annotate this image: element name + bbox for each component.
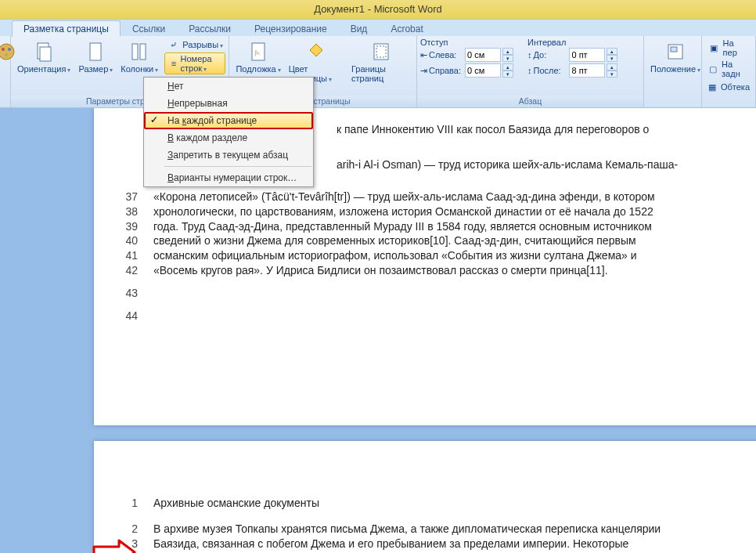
- spacing-after[interactable]: ↕После:▴▾: [527, 63, 618, 78]
- svg-rect-6: [90, 43, 101, 60]
- line-number: 2: [117, 522, 138, 537]
- spacing-label: Интервал: [527, 38, 618, 47]
- group-arrange-label: [702, 105, 755, 107]
- down-icon[interactable]: ▾: [607, 70, 617, 78]
- ribbon: Ориентация Размер Колонки ⤶Разрывы ≡Номе…: [0, 36, 756, 108]
- line-number: 1: [117, 496, 138, 511]
- heading: Архивные османские документы: [153, 496, 736, 511]
- menu-separator: [164, 166, 311, 167]
- page-borders-button[interactable]: Границы страниц: [348, 38, 413, 85]
- menu-suppress[interactable]: Запретить в текущем абзац: [144, 146, 313, 164]
- line-number: 42: [117, 263, 138, 278]
- tab-mailings[interactable]: Рассылки: [177, 20, 243, 37]
- up-icon[interactable]: ▴: [502, 63, 513, 70]
- text-line: хронологически, по царствованиям, изложе…: [153, 204, 736, 219]
- text-line: «Восемь кругов рая». У Идриса Бидлиси он…: [153, 263, 736, 278]
- check-icon: ✓: [150, 114, 158, 125]
- spacing-before-icon: ↕: [527, 50, 532, 60]
- svg-rect-5: [40, 47, 51, 61]
- svg-rect-8: [140, 44, 146, 60]
- line-number: 41: [117, 248, 138, 263]
- spacing-before[interactable]: ↕До:▴▾: [527, 48, 618, 62]
- group-themes-label: [0, 105, 10, 107]
- svg-rect-7: [132, 44, 138, 60]
- text-line: В архиве музея Топкапы хранятся письма Д…: [153, 522, 736, 537]
- breaks-icon: ⤶: [167, 38, 179, 51]
- size-button[interactable]: Размер: [75, 38, 116, 75]
- line-numbers-button[interactable]: ≡Номера строк: [164, 52, 225, 74]
- tab-review[interactable]: Рецензирование: [243, 20, 339, 37]
- text-line: года. Труд Саад-эд-Дина, представленный …: [153, 219, 736, 234]
- menu-each-section[interactable]: В каждом разделе: [144, 129, 313, 146]
- titlebar: Документ1 - Microsoft Word: [0, 0, 756, 19]
- line-number: 38: [117, 204, 138, 219]
- line-number: 39: [117, 219, 138, 234]
- text-fragment: arih-i Al-i Osman) — труд историка шейх-…: [337, 157, 736, 172]
- back-icon: ▢: [707, 63, 718, 75]
- indent-left-input[interactable]: [465, 48, 501, 62]
- svg-point-3: [5, 53, 8, 56]
- spacing-after-input[interactable]: [569, 63, 605, 78]
- breaks-button[interactable]: ⤶Разрывы: [164, 38, 225, 52]
- spacing-before-input[interactable]: [569, 48, 605, 62]
- position-icon: [663, 39, 688, 64]
- down-icon[interactable]: ▾: [502, 70, 513, 78]
- line-number: 37: [117, 190, 138, 204]
- text-line: Баязида, связанная с побегом Джема и его…: [153, 537, 736, 551]
- text-wrap-button[interactable]: ▦Обтека: [705, 80, 752, 94]
- send-back-button[interactable]: ▢На задн: [705, 59, 752, 79]
- page-2[interactable]: 1Архивные османские документы 2В архиве …: [94, 441, 756, 553]
- borders-icon: [369, 39, 394, 64]
- page-color-icon: [304, 39, 329, 64]
- tab-page-layout[interactable]: Разметка страницы: [12, 20, 121, 37]
- up-icon[interactable]: ▴: [502, 48, 513, 55]
- indent-right-input[interactable]: [465, 63, 501, 78]
- text-fragment: к папе Иннокентию VIII как посол Баязида…: [337, 122, 736, 137]
- indent-left[interactable]: ⇤Слева:▴▾: [420, 48, 513, 62]
- tab-acrobat[interactable]: Acrobat: [379, 20, 434, 37]
- down-icon[interactable]: ▾: [502, 55, 513, 62]
- columns-icon: [127, 39, 152, 64]
- line-numbers-menu: Нет Непрерывная ✓На каждой странице В ка…: [143, 77, 314, 187]
- bring-front-button[interactable]: ▣На пер: [705, 38, 752, 58]
- line-number: 43: [117, 286, 138, 301]
- front-icon: ▣: [707, 42, 720, 54]
- document-area[interactable]: к папе Иннокентию VIII как посол Баязида…: [0, 108, 756, 553]
- orientation-button[interactable]: Ориентация: [14, 38, 74, 75]
- menu-each-page[interactable]: ✓На каждой странице: [144, 112, 313, 129]
- ribbon-tabs: Разметка страницы Ссылки Рассылки Реценз…: [0, 19, 756, 36]
- watermark-icon: A: [246, 39, 271, 64]
- size-icon: [83, 39, 108, 64]
- columns-button[interactable]: Колонки: [117, 38, 161, 75]
- menu-none[interactable]: Нет: [144, 78, 313, 95]
- group-paragraph-label: Абзац: [417, 96, 643, 107]
- indent-left-icon: ⇤: [420, 50, 427, 60]
- line-number: 40: [117, 233, 138, 248]
- text-line: «Корона летописей» (Tâcü't-Tevârîh[tr]) …: [153, 190, 736, 204]
- tab-view[interactable]: Вид: [339, 20, 380, 37]
- down-icon[interactable]: ▾: [607, 55, 617, 62]
- arrow-annotation: [92, 539, 136, 553]
- line-number: 44: [117, 309, 138, 323]
- indent-right[interactable]: ⇥Справа:▴▾: [420, 63, 513, 78]
- text-line: сведений о жизни Джема для современных и…: [153, 233, 736, 248]
- themes-button[interactable]: [3, 38, 9, 66]
- line-numbers-icon: ≡: [170, 57, 177, 70]
- menu-options[interactable]: Варианты нумерации строк…: [144, 169, 313, 186]
- indent-label: Отступ: [420, 38, 513, 47]
- orientation-icon: [31, 39, 56, 64]
- group-position-label: [644, 105, 701, 107]
- indent-right-icon: ⇥: [420, 66, 427, 76]
- position-button[interactable]: Положение: [647, 38, 704, 75]
- up-icon[interactable]: ▴: [607, 63, 617, 70]
- tab-references[interactable]: Ссылки: [121, 20, 177, 37]
- spacing-after-icon: ↕: [527, 66, 532, 75]
- svg-point-1: [2, 48, 5, 51]
- wrap-icon: ▦: [707, 81, 718, 93]
- menu-continuous[interactable]: Непрерывная: [144, 95, 313, 112]
- up-icon[interactable]: ▴: [607, 48, 617, 55]
- svg-rect-14: [671, 47, 677, 52]
- text-line: османским официальным историографом, исп…: [153, 248, 736, 263]
